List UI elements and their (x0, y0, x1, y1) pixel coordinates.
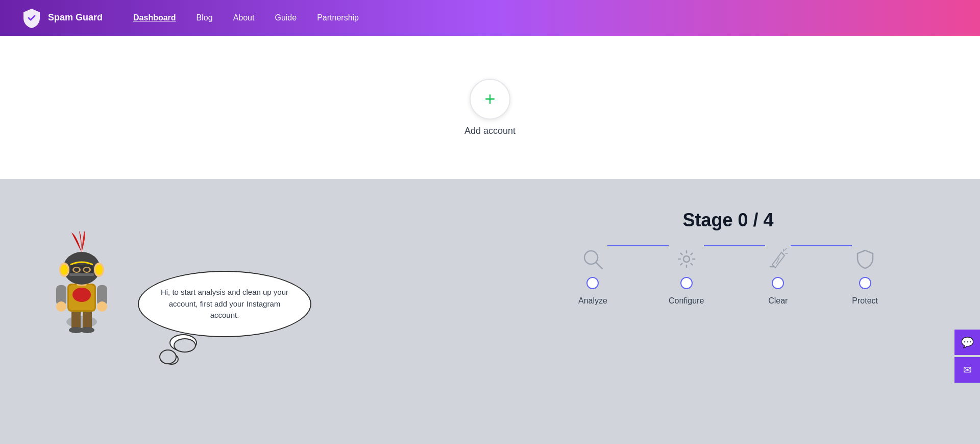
logo-icon (20, 7, 43, 29)
svg-point-11 (97, 301, 107, 312)
step-label-analyze: Analyze (578, 296, 607, 306)
stage-steps: Analyze Configure (578, 246, 878, 306)
add-circle-icon: + (470, 79, 510, 120)
svg-point-7 (72, 288, 91, 302)
step-analyze: Analyze (578, 246, 607, 306)
knight-svg (41, 230, 122, 342)
step-label-protect: Protect (852, 296, 878, 306)
svg-line-25 (596, 263, 602, 269)
nav-partnership[interactable]: Partnership (317, 13, 359, 22)
speech-bubble: Hi, to start analysis and clean up your … (138, 271, 311, 337)
step-protect: Protect (852, 246, 878, 306)
floating-buttons: 💬 ✉ (954, 330, 980, 383)
svg-point-0 (66, 316, 97, 328)
email-float-button[interactable]: ✉ (954, 357, 980, 383)
step-label-clear: Clear (768, 296, 788, 306)
bubble-text: Hi, to start analysis and clean up your … (154, 287, 295, 321)
bubble-tail-1 (174, 338, 196, 353)
step-circle-configure (680, 277, 693, 289)
step-circle-protect (859, 277, 871, 289)
analyze-icon (580, 246, 605, 272)
step-configure: Configure (669, 246, 704, 306)
nav-blog[interactable]: Blog (197, 13, 213, 22)
connector-2 (704, 245, 765, 246)
svg-point-18 (84, 268, 89, 272)
stage-title: Stage 0 / 4 (682, 209, 773, 231)
protect-icon (852, 246, 878, 272)
speech-bubble-container: Hi, to start analysis and clean up your … (138, 245, 311, 337)
add-account-label: Add account (464, 126, 516, 136)
stage-area: Stage 0 / 4 Analyze (578, 209, 878, 306)
svg-point-23 (95, 265, 103, 275)
svg-point-24 (584, 251, 598, 264)
svg-point-17 (74, 268, 79, 272)
svg-line-29 (785, 248, 787, 250)
character-area: Hi, to start analysis and clean up your … (41, 230, 311, 344)
clear-icon (765, 246, 791, 272)
configure-icon (674, 246, 699, 272)
nav-guide[interactable]: Guide (275, 13, 297, 22)
header: Spam Guard Dashboard Blog About Guide Pa… (0, 0, 980, 36)
logo-name: Spam Guard (48, 12, 103, 24)
top-section: + Add account (0, 36, 980, 179)
knight-character (41, 230, 128, 344)
bottom-section: Hi, to start analysis and clean up your … (0, 179, 980, 444)
connector-1 (607, 245, 669, 246)
svg-point-10 (56, 301, 66, 312)
step-circle-analyze (586, 277, 599, 289)
svg-rect-1 (71, 309, 81, 330)
svg-point-26 (683, 256, 690, 262)
email-icon: ✉ (963, 364, 972, 376)
step-circle-clear (772, 277, 784, 289)
svg-point-4 (80, 327, 94, 333)
logo-area: Spam Guard (20, 7, 103, 29)
chat-float-button[interactable]: 💬 (954, 330, 980, 355)
step-label-configure: Configure (669, 296, 704, 306)
svg-point-21 (61, 265, 68, 275)
step-clear: Clear (765, 246, 791, 306)
connector-3 (791, 245, 852, 246)
svg-rect-19 (69, 273, 94, 276)
svg-rect-2 (83, 309, 92, 330)
nav-about[interactable]: About (233, 13, 255, 22)
nav-dashboard[interactable]: Dashboard (133, 13, 176, 22)
add-account-button[interactable]: + Add account (464, 79, 516, 136)
nav: Dashboard Blog About Guide Partnership (133, 13, 359, 22)
chat-icon: 💬 (961, 336, 974, 348)
